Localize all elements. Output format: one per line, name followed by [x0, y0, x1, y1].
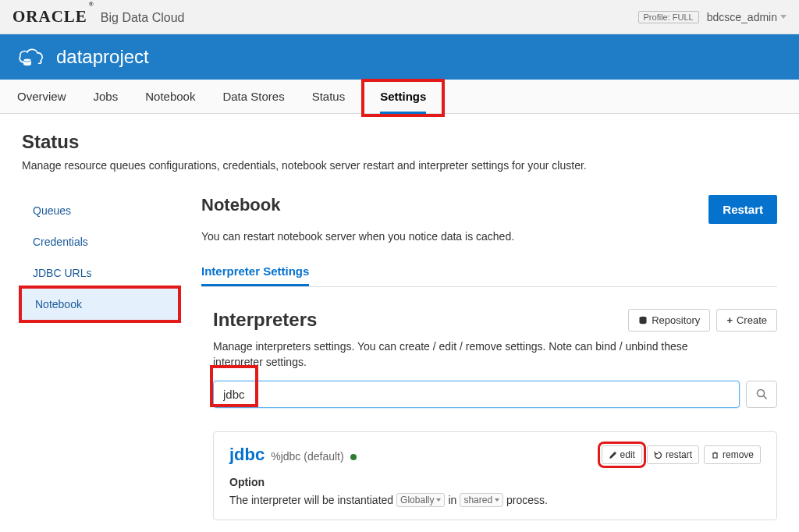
- pencil-icon: [609, 451, 617, 459]
- notebook-section-title: Notebook: [201, 195, 280, 215]
- brand-area: ORACLE® Big Data Cloud: [12, 7, 184, 27]
- user-name: bdcsce_admin: [707, 11, 777, 23]
- tab-settings[interactable]: Settings: [380, 80, 426, 113]
- create-button[interactable]: + Create: [716, 309, 777, 332]
- interpreter-name[interactable]: jdbc: [229, 445, 265, 465]
- svg-line-4: [763, 396, 766, 399]
- page-title: Status: [22, 131, 777, 153]
- chevron-down-icon: [780, 15, 787, 19]
- user-menu[interactable]: bdcsce_admin: [707, 11, 787, 23]
- header-right: Profile: FULL bdcsce_admin: [638, 11, 787, 23]
- page-body: Status Manage resource queues configurat…: [0, 114, 799, 532]
- project-banner: dataproject: [0, 34, 799, 80]
- search-button[interactable]: [746, 381, 777, 408]
- project-name: dataproject: [56, 46, 149, 68]
- status-dot-icon: [350, 454, 357, 460]
- interpreter-alias: %jdbc (default): [271, 450, 343, 463]
- notebook-description: You can restart notebook server when you…: [201, 230, 777, 243]
- mode-select[interactable]: shared: [460, 493, 503, 507]
- chevron-down-icon: [495, 498, 499, 502]
- interpreters-title: Interpreters: [213, 309, 317, 331]
- restart-button[interactable]: Restart: [708, 195, 777, 224]
- main-content: Notebook Restart You can restart noteboo…: [201, 195, 777, 520]
- scope-select[interactable]: Globally: [396, 493, 445, 507]
- tab-notebook[interactable]: Notebook: [145, 80, 195, 113]
- option-text: The interpreter will be instantiated Glo…: [229, 493, 761, 507]
- restart-interpreter-button[interactable]: restart: [647, 445, 699, 464]
- svg-point-3: [757, 390, 764, 397]
- top-header: ORACLE® Big Data Cloud Profile: FULL bdc…: [0, 0, 799, 34]
- oracle-logo: ORACLE®: [12, 7, 93, 27]
- option-label: Option: [229, 476, 761, 488]
- interpreter-search-input[interactable]: [213, 381, 740, 408]
- sidebar-item-notebook[interactable]: Notebook: [22, 289, 178, 320]
- product-name: Big Data Cloud: [101, 11, 185, 25]
- sidebar-item-queues[interactable]: Queues: [22, 195, 178, 226]
- interpreter-card: jdbc %jdbc (default) edit restart: [213, 431, 777, 520]
- remove-button[interactable]: remove: [704, 445, 761, 464]
- tab-jobs[interactable]: Jobs: [94, 80, 119, 113]
- trash-icon: [711, 451, 719, 459]
- edit-button[interactable]: edit: [602, 445, 642, 464]
- chevron-down-icon: [436, 498, 441, 502]
- tab-status[interactable]: Status: [312, 80, 346, 113]
- repository-button[interactable]: Repository: [628, 309, 710, 332]
- plus-icon: +: [726, 314, 733, 326]
- subtab-interpreter-settings[interactable]: Interpreter Settings: [201, 258, 309, 286]
- settings-sidebar: Queues Credentials JDBC URLs Notebook: [22, 195, 178, 320]
- refresh-icon: [654, 451, 662, 459]
- interpreters-description: Manage interpreters settings. You can cr…: [213, 339, 697, 370]
- sidebar-item-credentials[interactable]: Credentials: [22, 226, 178, 257]
- page-description: Manage resource queues configurations, c…: [22, 159, 777, 172]
- database-icon: [638, 316, 648, 325]
- tab-data-stores[interactable]: Data Stores: [222, 80, 284, 113]
- cloud-db-icon: [17, 45, 45, 69]
- profile-badge: Profile: FULL: [638, 11, 699, 23]
- notebook-subtabs: Interpreter Settings: [201, 258, 777, 287]
- search-icon: [756, 388, 768, 400]
- main-nav: Overview Jobs Notebook Data Stores Statu…: [0, 80, 799, 114]
- highlight-box: Notebook: [22, 289, 178, 320]
- tab-overview[interactable]: Overview: [17, 80, 66, 113]
- sidebar-item-jdbc-urls[interactable]: JDBC URLs: [22, 257, 178, 289]
